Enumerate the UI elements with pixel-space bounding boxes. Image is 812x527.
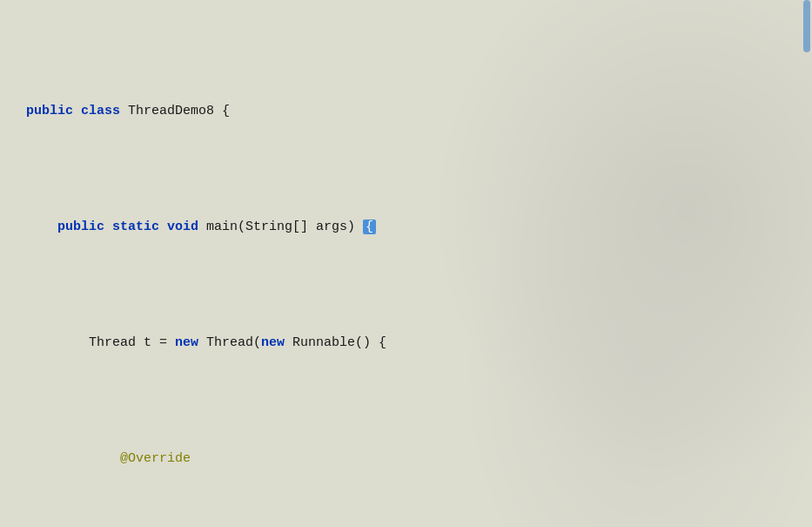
- code-line-4: @Override: [26, 448, 812, 472]
- code-editor[interactable]: public class ThreadDemo8 { public static…: [0, 0, 812, 527]
- code-line-2: public static void main(String[] args) {: [26, 216, 812, 240]
- code-line-3: Thread t = new Thread(new Runnable() {: [26, 332, 812, 356]
- code-lines: public class ThreadDemo8 { public static…: [0, 0, 812, 527]
- code-line-1: public class ThreadDemo8 {: [26, 100, 812, 125]
- code-text: @Override: [26, 448, 191, 470]
- code-text: public static void main(String[] args) {: [26, 216, 376, 239]
- scrollbar[interactable]: [803, 0, 810, 527]
- scrollbar-thumb[interactable]: [803, 0, 810, 52]
- code-text: public class ThreadDemo8 {: [26, 100, 230, 123]
- code-text: Thread t = new Thread(new Runnable() {: [26, 332, 386, 355]
